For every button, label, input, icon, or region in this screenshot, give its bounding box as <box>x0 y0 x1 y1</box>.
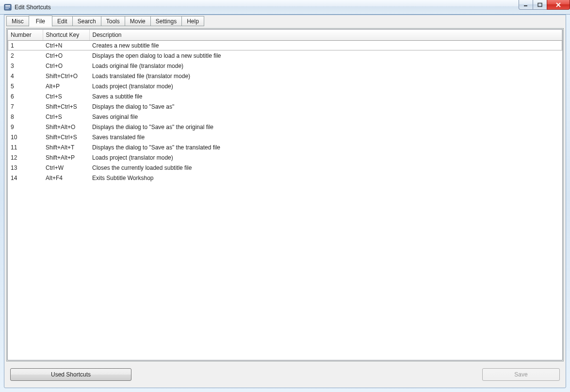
svg-rect-5 <box>538 3 542 6</box>
tab-search[interactable]: Search <box>72 16 101 26</box>
table-row[interactable]: 10Shift+Ctrl+SSaves translated file <box>8 132 562 142</box>
cell-shortcut-key: Alt+P <box>43 81 89 91</box>
cell-description: Loads project (translator mode) <box>89 81 562 91</box>
cell-description: Loads translated file (translator mode) <box>89 71 562 81</box>
column-header-number[interactable]: Number <box>8 30 43 40</box>
used-shortcuts-button[interactable]: Used Shortcuts <box>10 368 131 381</box>
cell-number: 4 <box>8 71 43 81</box>
svg-rect-2 <box>5 7 10 8</box>
cell-description: Displays the dialog to "Save as" <box>89 101 562 112</box>
cell-number: 14 <box>8 173 43 183</box>
table-row[interactable]: 2Ctrl+ODisplays the open dialog to load … <box>8 50 562 61</box>
cell-description: Displays the dialog to "Save as" the tra… <box>89 142 562 152</box>
cell-description: Exits Subtitle Workshop <box>89 173 562 183</box>
cell-shortcut-key: Shift+Alt+O <box>43 122 89 132</box>
cell-shortcut-key: Ctrl+N <box>43 40 89 50</box>
app-icon <box>4 3 12 11</box>
shortcuts-table-container: Number Shortcut Key Description 1Ctrl+NC… <box>7 29 563 360</box>
svg-rect-3 <box>5 8 9 9</box>
table-row[interactable]: 4Shift+Ctrl+OLoads translated file (tran… <box>8 71 562 81</box>
tab-tools[interactable]: Tools <box>101 16 125 26</box>
table-row[interactable]: 8Ctrl+SSaves original file <box>8 112 562 122</box>
tab-settings[interactable]: Settings <box>150 16 182 26</box>
tab-help[interactable]: Help <box>181 16 204 26</box>
window-title: Edit Shortcuts <box>15 4 51 11</box>
window-client-area: Misc File Edit Search Tools Movie Settin… <box>4 15 566 388</box>
cell-number: 8 <box>8 112 43 122</box>
column-header-description[interactable]: Description <box>89 30 562 40</box>
tab-movie[interactable]: Movie <box>125 16 151 26</box>
table-row[interactable]: 5Alt+PLoads project (translator mode) <box>8 81 562 91</box>
cell-description: Displays the open dialog to load a new s… <box>89 50 562 61</box>
cell-number: 7 <box>8 101 43 112</box>
cell-shortcut-key: Alt+F4 <box>43 173 89 183</box>
cell-description: Loads project (translator mode) <box>89 152 562 163</box>
minimize-button[interactable] <box>519 0 533 10</box>
cell-number: 9 <box>8 122 43 132</box>
cell-description: Saves a subtitle file <box>89 91 562 101</box>
table-row[interactable]: 12Shift+Alt+PLoads project (translator m… <box>8 152 562 163</box>
cell-shortcut-key: Shift+Ctrl+S <box>43 132 89 142</box>
tab-panel: Number Shortcut Key Description 1Ctrl+NC… <box>6 28 564 361</box>
cell-shortcut-key: Shift+Alt+P <box>43 152 89 163</box>
cell-shortcut-key: Shift+Ctrl+O <box>43 71 89 81</box>
save-button[interactable]: Save <box>482 368 560 381</box>
cell-shortcut-key: Ctrl+S <box>43 91 89 101</box>
table-header-row: Number Shortcut Key Description <box>8 30 562 40</box>
cell-number: 1 <box>8 40 43 50</box>
cell-number: 11 <box>8 142 43 152</box>
tab-misc[interactable]: Misc <box>6 16 29 26</box>
cell-number: 6 <box>8 91 43 101</box>
table-row[interactable]: 11Shift+Alt+TDisplays the dialog to "Sav… <box>8 142 562 152</box>
cell-description: Saves original file <box>89 112 562 122</box>
cell-shortcut-key: Shift+Alt+T <box>43 142 89 152</box>
table-row[interactable]: 6Ctrl+SSaves a subtitle file <box>8 91 562 101</box>
cell-number: 13 <box>8 163 43 173</box>
cell-number: 2 <box>8 50 43 61</box>
table-row[interactable]: 14Alt+F4Exits Subtitle Workshop <box>8 173 562 183</box>
tab-edit[interactable]: Edit <box>52 16 73 26</box>
window-caption-buttons <box>519 0 570 10</box>
cell-shortcut-key: Ctrl+O <box>43 61 89 71</box>
shortcuts-table: Number Shortcut Key Description 1Ctrl+NC… <box>8 30 562 183</box>
cell-number: 10 <box>8 132 43 142</box>
table-row[interactable]: 13Ctrl+WCloses the currently loaded subt… <box>8 163 562 173</box>
cell-number: 3 <box>8 61 43 71</box>
tab-file[interactable]: File <box>29 16 52 27</box>
svg-rect-1 <box>5 5 10 6</box>
table-row[interactable]: 7Shift+Ctrl+SDisplays the dialog to "Sav… <box>8 101 562 112</box>
cell-number: 5 <box>8 81 43 91</box>
cell-shortcut-key: Ctrl+S <box>43 112 89 122</box>
tabstrip: Misc File Edit Search Tools Movie Settin… <box>4 15 566 26</box>
cell-shortcut-key: Ctrl+O <box>43 50 89 61</box>
close-button[interactable] <box>547 0 570 10</box>
maximize-button[interactable] <box>533 0 547 10</box>
column-header-shortcut[interactable]: Shortcut Key <box>43 30 89 40</box>
cell-shortcut-key: Shift+Ctrl+S <box>43 101 89 112</box>
cell-shortcut-key: Ctrl+W <box>43 163 89 173</box>
table-row[interactable]: 9Shift+Alt+ODisplays the dialog to "Save… <box>8 122 562 132</box>
cell-number: 12 <box>8 152 43 163</box>
titlebar: Edit Shortcuts <box>0 0 570 15</box>
cell-description: Loads original file (translator mode) <box>89 61 562 71</box>
cell-description: Displays the dialog to "Save as" the ori… <box>89 122 562 132</box>
table-row[interactable]: 3Ctrl+OLoads original file (translator m… <box>8 61 562 71</box>
cell-description: Creates a new subtitle file <box>89 40 562 50</box>
cell-description: Closes the currently loaded subtitle fil… <box>89 163 562 173</box>
cell-description: Saves translated file <box>89 132 562 142</box>
table-row[interactable]: 1Ctrl+NCreates a new subtitle file <box>8 40 562 50</box>
